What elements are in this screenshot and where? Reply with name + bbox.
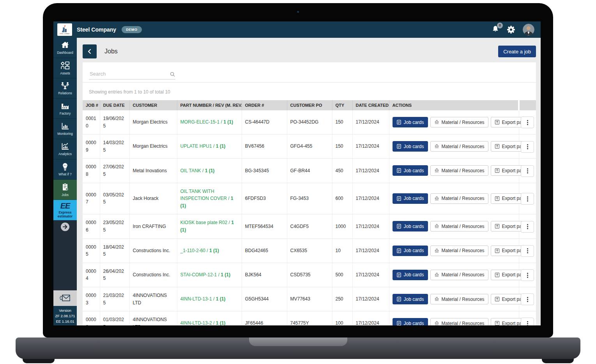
order-number-cell: 6FDFSD3 [242, 183, 287, 214]
customer-po-cell: FG-3453 [287, 183, 332, 214]
material-resources-button[interactable]: Material / Resources [430, 221, 488, 231]
job-cards-button[interactable]: Job cards [393, 117, 428, 127]
search-input[interactable] [89, 71, 165, 77]
analytics-icon [60, 142, 70, 151]
laptop-mockup: STEEL COMPANY Steel Company DEMO 0 [0, 0, 596, 364]
mail-icon [59, 294, 71, 302]
row-menu-button[interactable] [521, 193, 534, 205]
customer-po-cell: PO-34452DG [287, 110, 332, 134]
qty-cell: 600 [332, 183, 352, 214]
material-resources-label: Material / Resources [442, 297, 485, 302]
table-row: 00009 14/03/2025 Morgan Electrics UPLATE… [83, 134, 536, 159]
sidebar-item-relations[interactable]: Relations [53, 78, 77, 99]
part-link[interactable]: STAI-COMP-12-1 / 1 (1) [180, 272, 230, 277]
row-menu-button[interactable] [521, 117, 534, 128]
version-ee: EE 1.16.01 [53, 319, 77, 324]
job-cards-button[interactable]: Job cards [393, 294, 428, 304]
job-cards-button[interactable]: Job cards [393, 246, 428, 256]
contact-mail-button[interactable] [53, 290, 77, 306]
job-number-cell: 00005 [83, 239, 100, 263]
notifications-button[interactable]: 0 [492, 25, 499, 34]
material-resources-button[interactable]: Material / Resources [430, 270, 488, 280]
part-link[interactable]: KIOSK base plate R02 / 1 (1) [180, 220, 234, 233]
part-number-cell: 4INN-LTD-13-2 / 1 (1) [177, 311, 242, 325]
part-name: OIL TANK / [180, 168, 205, 173]
material-resources-icon [434, 120, 439, 125]
part-link[interactable]: OIL TANK / 1 (1) [180, 168, 215, 173]
customer-po-cell: MV77643 [287, 287, 332, 311]
part-link[interactable]: MORG-ELEC-15-1 / 1 (1) [180, 119, 233, 125]
express-estimator-logo: EE [60, 202, 70, 210]
row-menu-button[interactable] [521, 141, 534, 153]
table-row: 00007 03/05/2025 Jack Horack OIL TANK WI… [83, 183, 536, 214]
col-date-created: DATE CREATED [352, 100, 389, 110]
material-resources-button[interactable]: Material / Resources [430, 193, 488, 204]
sidebar-item-analytics[interactable]: Analytics [53, 139, 77, 159]
job-cards-button[interactable]: Job cards [393, 165, 428, 176]
customer-cell: Constructions Inc. [129, 263, 177, 287]
row-menu-button[interactable] [521, 245, 534, 257]
user-avatar[interactable] [523, 24, 534, 35]
actions-cell: Job cards Material / Resources Export pa… [389, 183, 519, 214]
job-number-cell: 00002 [83, 311, 100, 325]
demo-badge: DEMO [122, 26, 141, 33]
material-resources-icon [434, 248, 439, 253]
create-job-button[interactable]: Create a job [498, 46, 536, 57]
part-link[interactable]: 4INN-LTD-13-2 / 1 (1) [180, 320, 226, 325]
material-resources-icon [434, 168, 439, 173]
notification-badge: 0 [497, 23, 503, 28]
qty-cell: 150 [332, 134, 352, 159]
part-rev: 1 (1) [209, 248, 219, 253]
row-menu-button[interactable] [521, 293, 534, 305]
settings-gear-icon[interactable] [507, 26, 515, 34]
job-cards-button[interactable]: Job cards [393, 270, 428, 280]
sidebar-item-assets[interactable]: Assets [53, 58, 77, 78]
row-menu-button[interactable] [521, 318, 534, 325]
sidebar-item-monitoring[interactable]: Monitoring [53, 119, 77, 139]
part-link[interactable]: _1-110-2-60 / 1 (1) [180, 248, 219, 253]
actions-cell: Job cards Material / Resources Export pa… [389, 263, 519, 287]
entries-summary-top: Showing entries from 1 to 10 of total 10 [83, 83, 536, 100]
job-cards-label: Job cards [404, 224, 424, 229]
sidebar-item-factory[interactable]: Factory [53, 99, 77, 119]
part-link[interactable]: UPLATE HPU1 / 1 (1) [180, 143, 226, 149]
row-menu-cell [519, 263, 536, 287]
part-name: 4INN-LTD-13-1 / [180, 296, 216, 302]
sidebar-collapse-control[interactable] [53, 220, 77, 233]
customer-cell: Morgan Electrics [129, 110, 177, 134]
sidebar-item-dashboard[interactable]: Dashboard [53, 38, 77, 58]
material-resources-button[interactable]: Material / Resources [430, 165, 488, 176]
due-date-cell: 19/06/2025 [100, 110, 129, 134]
back-button[interactable] [83, 44, 97, 58]
job-cards-button[interactable]: Job cards [393, 141, 428, 152]
order-number-cell: MTEF564534 [242, 214, 287, 239]
material-resources-button[interactable]: Material / Resources [430, 318, 488, 325]
part-number-cell: _1-110-2-60 / 1 (1) [177, 239, 242, 263]
factory-icon [60, 101, 70, 111]
qty-cell: 150 [332, 110, 352, 134]
job-cards-label: Job cards [404, 196, 424, 201]
row-menu-button[interactable] [521, 221, 534, 233]
material-resources-button[interactable]: Material / Resources [430, 117, 488, 127]
webcam-dot [297, 11, 299, 13]
row-menu-button[interactable] [521, 269, 534, 281]
part-link[interactable]: OIL TANK WITH INSPECTION COVER / 1 (1) [180, 189, 233, 209]
sidebar-item-label: Relations [58, 92, 72, 95]
row-menu-button[interactable] [521, 165, 534, 177]
order-number-cell: CS-46447D [242, 110, 287, 134]
job-cards-button[interactable]: Job cards [393, 318, 428, 325]
row-menu-cell [519, 110, 536, 134]
sidebar-item-express-estimator[interactable]: EE Express estimator [53, 200, 77, 220]
sidebar-item-what-if[interactable]: What if ? [53, 159, 77, 180]
part-link[interactable]: 4INN-LTD-13-1 / 1 (1) [180, 296, 226, 302]
material-resources-button[interactable]: Material / Resources [430, 246, 488, 256]
material-resources-button[interactable]: Material / Resources [430, 294, 488, 304]
job-cards-icon [396, 144, 401, 149]
date-created-cell: 17/12/2024 [352, 110, 389, 134]
job-cards-button[interactable]: Job cards [393, 221, 428, 231]
actions-cell: Job cards Material / Resources Export pa… [389, 239, 519, 263]
page-title: Jobs [104, 48, 118, 55]
sidebar-item-jobs-active[interactable]: Jobs [53, 180, 77, 200]
job-cards-button[interactable]: Job cards [393, 193, 428, 204]
material-resources-button[interactable]: Material / Resources [430, 141, 488, 152]
